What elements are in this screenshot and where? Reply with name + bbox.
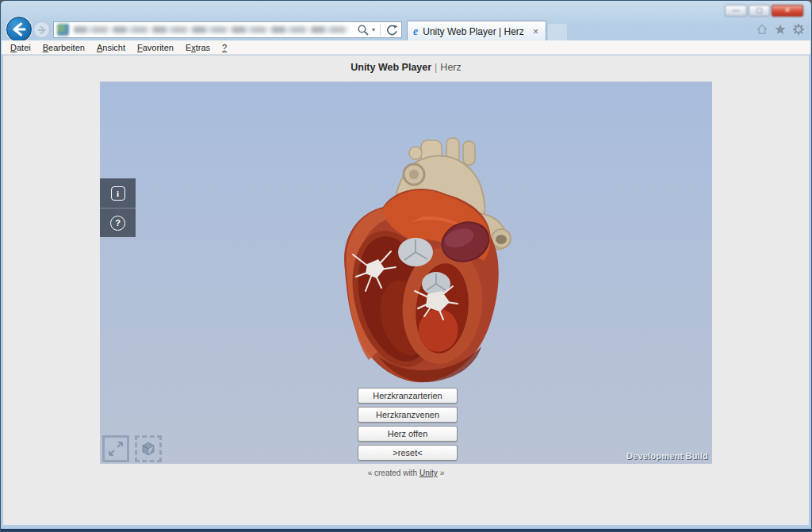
- menu-bearbeiten[interactable]: Bearbeiten: [43, 43, 85, 52]
- menu-extras[interactable]: Extras: [186, 43, 210, 52]
- tab-title: Unity Web Player | Herz: [423, 26, 531, 37]
- close-icon: ✕: [772, 6, 802, 16]
- title-bar[interactable]: — ▢ ✕: [1, 1, 811, 18]
- tab-unity-web-player[interactable]: e Unity Web Player | Herz ×: [407, 21, 546, 41]
- menu-hilfe[interactable]: ?: [222, 43, 227, 52]
- menu-favoriten[interactable]: Favoriten: [137, 43, 174, 52]
- help-button[interactable]: ?: [100, 208, 136, 237]
- tab-close-icon[interactable]: ×: [531, 26, 540, 37]
- unity-cube-button[interactable]: [135, 435, 162, 462]
- button-herzkranzvenen[interactable]: Herzkranzvenen: [358, 407, 458, 423]
- fullscreen-button[interactable]: [102, 435, 129, 462]
- browser-toolbar-icons: [756, 23, 805, 36]
- tools-gear-icon[interactable]: [792, 23, 805, 36]
- back-button[interactable]: [6, 17, 32, 42]
- page-content: Unity Web Player|Herz i ?: [3, 55, 809, 525]
- created-with-footer: « created withUnity»: [100, 469, 712, 477]
- menu-bar: Datei Bearbeiten Ansicht Favoriten Extra…: [2, 40, 810, 55]
- menu-datei[interactable]: Datei: [10, 43, 31, 52]
- button-herzkranzarterien[interactable]: Herzkranzarterien: [358, 388, 458, 404]
- maximize-button[interactable]: ▢: [749, 5, 770, 17]
- new-tab-button[interactable]: [548, 24, 567, 41]
- fullscreen-arrows-icon: [107, 440, 124, 457]
- button-reset[interactable]: >reset<: [358, 445, 458, 461]
- info-button[interactable]: i: [100, 178, 136, 208]
- minimize-button[interactable]: —: [725, 5, 747, 17]
- unity-button-column: Herzkranzarterien Herzkranzvenen Herz of…: [358, 388, 458, 464]
- window-controls: — ▢ ✕: [725, 5, 803, 17]
- refresh-icon[interactable]: [385, 24, 398, 36]
- heart-model[interactable]: [334, 136, 524, 389]
- development-build-watermark: Development Build: [626, 451, 708, 461]
- unity-canvas[interactable]: i ?: [100, 81, 712, 464]
- address-bar-divider: [380, 24, 381, 36]
- favorites-star-icon[interactable]: [774, 23, 787, 36]
- button-herz-offen[interactable]: Herz offen: [358, 426, 458, 442]
- window-bottom-edge: [1, 529, 811, 531]
- home-icon[interactable]: [756, 23, 768, 36]
- canvas-corner-buttons: [102, 435, 162, 462]
- search-icon[interactable]: [357, 24, 370, 36]
- page-title: Unity Web Player|Herz: [100, 62, 712, 73]
- browser-window: — ▢ ✕ ▾: [0, 0, 812, 532]
- address-bar[interactable]: ▾: [53, 21, 402, 38]
- menu-ansicht[interactable]: Ansicht: [97, 43, 125, 52]
- unity-side-panel: i ?: [100, 178, 136, 237]
- site-favicon: [57, 24, 69, 36]
- address-bar-icons: ▾: [357, 24, 398, 36]
- unity-link[interactable]: Unity: [419, 469, 438, 477]
- help-icon: ?: [110, 216, 125, 231]
- forward-arrow-icon: [35, 23, 49, 37]
- unity-cube-icon: [140, 441, 156, 457]
- close-button[interactable]: ✕: [772, 5, 803, 17]
- back-arrow-icon: [7, 17, 31, 41]
- forward-button[interactable]: [33, 21, 50, 38]
- ie-favicon-icon: e: [413, 25, 418, 38]
- search-dropdown-icon[interactable]: ▾: [372, 26, 375, 33]
- maximize-icon: ▢: [749, 6, 769, 16]
- url-text-obscured: [74, 26, 349, 33]
- info-icon: i: [111, 186, 125, 201]
- minimize-icon: —: [726, 6, 746, 16]
- navigation-bar: ▾ e Unity Web Player | Herz ×: [1, 18, 811, 40]
